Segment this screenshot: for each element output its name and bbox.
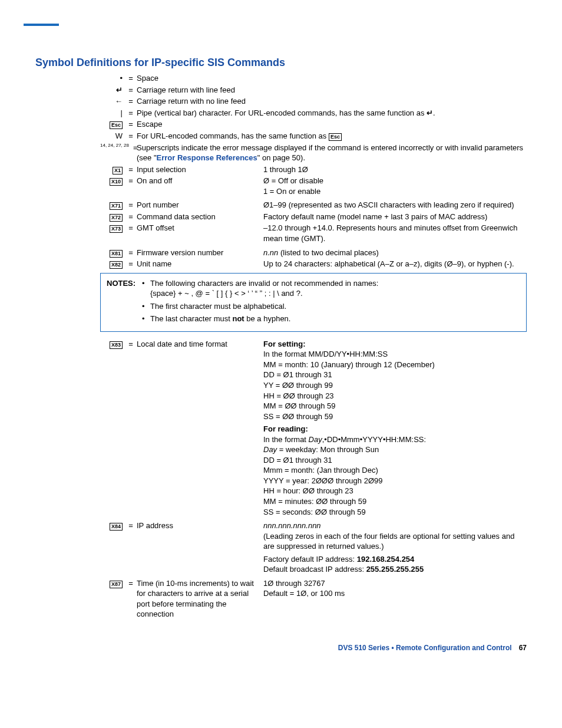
definitions-list: • = Space ↵ = Carriage return with line … [100,73,527,269]
def-w: W = For URL-encoded commands, has the sa… [100,131,527,141]
def-space: • = Space [100,73,527,84]
def-x83: X83 = Local date and time format For set… [100,339,527,517]
def-x81: X81 = Firmware version number n.nn (list… [100,248,527,258]
page-footer: DVS 510 Series • Remote Configuration an… [35,643,527,653]
symbol-pipe: | [100,108,125,118]
symbol-superscripts: 14, 24, 27, 28 [100,143,133,149]
def-x72: X72 = Command data section Factory defau… [100,212,527,222]
def-pipe: | = Pipe (vertical bar) character. For U… [100,108,527,118]
def-crlf: ↵ = Carriage return with line feed [100,85,527,95]
symbol-w: W [100,131,125,141]
symbol-arrow-left: ← [100,96,125,107]
def-x10: X10 = On and off Ø = Off or disable 1 = … [100,176,527,196]
def-esc: Esc = Escape [100,119,527,130]
symbol-bullet: • [100,73,125,84]
link-error-response[interactable]: Error Response References [157,153,257,162]
notes-box: NOTES: • The following characters are in… [100,273,527,332]
def-x1: X1 = Input selection 1 through 1Ø [100,164,527,175]
def-x82: X82 = Unit name Up to 24 characters: alp… [100,259,527,269]
page-accent-bar [24,24,59,26]
symbol-esc: Esc [110,121,123,129]
page-heading: Symbol Definitions for IP-specific SIS C… [35,55,527,70]
definitions-list-2: X83 = Local date and time format For set… [100,339,527,620]
def-superscripts: 14, 24, 27, 28 = Superscripts indicate t… [100,143,527,163]
def-x87: X87 = Time (in 10-ms increments) to wait… [100,578,527,620]
def-x73: X73 = GMT offset –12.0 through +14.0. Re… [100,223,527,243]
def-x84: X84 = IP address nnn.nnn.nnn.nnn (Leadin… [100,521,527,575]
symbol-enter: ↵ [100,85,125,95]
def-cr: ← = Carriage return with no line feed [100,96,527,107]
def-x71: X71 = Port number Ø1–99 (represented as … [100,200,527,210]
